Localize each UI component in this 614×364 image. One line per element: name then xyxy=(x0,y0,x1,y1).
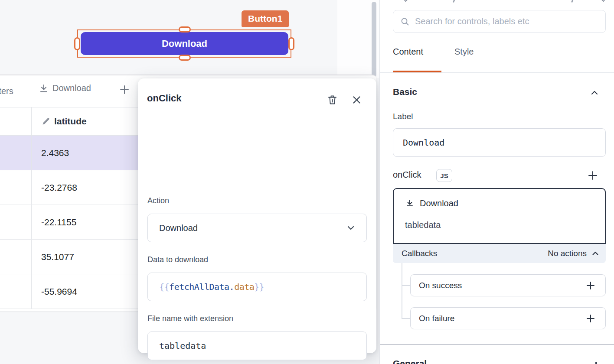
action-field-label: Action xyxy=(147,196,169,205)
add-on-success-button[interactable] xyxy=(585,280,596,291)
resize-handle-bottom[interactable] xyxy=(179,55,191,61)
callback-tree-connector xyxy=(402,263,402,318)
table-select-column-header xyxy=(0,107,32,135)
callbacks-label: Callbacks xyxy=(402,249,437,258)
add-on-failure-button[interactable] xyxy=(585,313,596,324)
search-icon xyxy=(400,17,410,26)
table-download-button[interactable]: Download xyxy=(39,83,91,93)
delete-action-button[interactable] xyxy=(327,94,338,106)
tab-style[interactable]: Style xyxy=(454,47,474,57)
action-select-value: Download xyxy=(159,223,198,233)
card-action-row: Download xyxy=(405,198,458,208)
resize-handle-top[interactable] xyxy=(179,26,191,32)
section-basic-title: Basic xyxy=(393,87,417,97)
search-input[interactable] xyxy=(415,16,598,26)
close-icon[interactable] xyxy=(351,94,362,105)
canvas-scrollbar[interactable] xyxy=(372,2,376,77)
on-success-callback[interactable]: On success xyxy=(410,274,606,296)
section-general-title: General xyxy=(393,358,427,364)
onclick-property-label: onClick xyxy=(393,170,421,180)
property-search[interactable] xyxy=(393,10,606,33)
onclick-action-popover: onClick Action Download Data to download… xyxy=(138,78,376,353)
file-name-label: File name with extension xyxy=(147,314,233,323)
download-icon xyxy=(405,199,415,208)
pencil-icon xyxy=(41,117,50,126)
data-to-download-label: Data to download xyxy=(147,255,208,264)
on-success-label: On success xyxy=(419,281,462,290)
code-open-brace: {{ xyxy=(159,282,169,292)
chevron-down-icon xyxy=(346,224,355,232)
data-to-download-input[interactable]: {{fetchAllData.data}} xyxy=(147,273,367,301)
download-action-card[interactable]: Download tabledata xyxy=(393,188,606,244)
on-failure-label: On failure xyxy=(419,314,454,323)
js-toggle-badge[interactable]: JS xyxy=(436,169,452,182)
section-divider xyxy=(380,344,614,345)
download-icon xyxy=(39,84,49,93)
clipped-chevron-fragment xyxy=(600,0,609,3)
code-property: data xyxy=(234,282,254,292)
property-pane: Content Style Basic Label Download onCli… xyxy=(379,0,614,364)
onclick-property-row: onClick JS xyxy=(393,169,606,183)
widget-name-tag[interactable]: Button1 xyxy=(242,10,289,27)
table-filters-button[interactable]: lters xyxy=(0,86,13,96)
label-field-caption: Label xyxy=(393,112,413,121)
code-close-brace: }} xyxy=(254,282,264,292)
column-header-label: latitude xyxy=(54,116,87,127)
tab-content[interactable]: Content xyxy=(393,47,423,57)
code-dot: . xyxy=(229,282,235,292)
clipped-chevron-fragment xyxy=(402,0,411,3)
callback-tree-connector xyxy=(402,285,410,286)
on-failure-callback[interactable]: On failure xyxy=(410,307,606,329)
clipped-glyph-fragment xyxy=(569,0,578,3)
file-name-input[interactable]: tabledata xyxy=(147,332,367,360)
callback-tree-connector xyxy=(402,318,410,319)
table-add-row-button[interactable] xyxy=(119,84,130,95)
file-name-value: tabledata xyxy=(159,341,206,351)
code-entity: fetchAllData xyxy=(169,282,229,292)
card-action-label: Download xyxy=(420,198,458,208)
add-action-button[interactable] xyxy=(587,170,598,181)
chevron-up-icon xyxy=(591,249,600,258)
download-button-widget[interactable]: Download xyxy=(81,32,288,55)
chevron-up-icon[interactable] xyxy=(590,88,599,98)
label-input[interactable]: Download xyxy=(393,128,606,157)
clipped-glyph-fragment xyxy=(451,0,459,3)
table-download-label: Download xyxy=(52,83,91,93)
popover-title: onClick xyxy=(147,93,181,104)
clipped-chevron-fragment xyxy=(595,362,597,364)
card-file-value: tabledata xyxy=(405,220,441,230)
resize-handle-right[interactable] xyxy=(288,37,294,50)
action-select[interactable]: Download xyxy=(147,214,367,242)
callbacks-status: No actions xyxy=(548,249,587,258)
callbacks-toggle[interactable]: Callbacks No actions xyxy=(393,244,606,263)
tabs-divider xyxy=(380,72,614,73)
resize-handle-left[interactable] xyxy=(74,37,80,50)
